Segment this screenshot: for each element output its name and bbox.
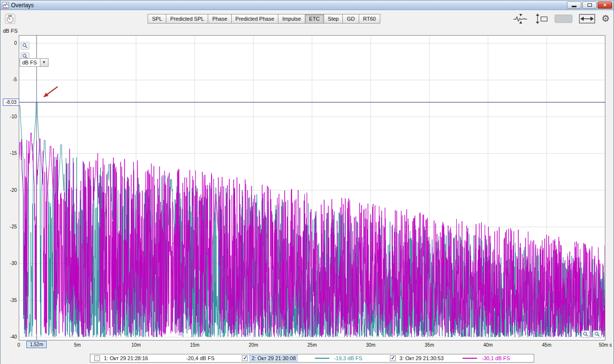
- legend-entry-3: 3: Окт 29 21:30:53 -30,1 dB FS: [386, 354, 534, 362]
- x-zoom-in-icon[interactable]: [581, 330, 590, 338]
- y-tick-label: -30: [1, 261, 17, 266]
- legend-line-sample-2: [315, 358, 329, 359]
- etc-chart[interactable]: [19, 35, 605, 340]
- minimize-icon: [572, 6, 576, 7]
- legend-value-3: -30,1 dB FS: [482, 355, 530, 361]
- window-icon: [2, 2, 9, 9]
- x-tick-label: 20m: [243, 342, 264, 348]
- graph-area: dB FS 0-5-10-15-20-25-30-35-40 05m10m15m…: [0, 27, 614, 364]
- y-zoom-in-icon[interactable]: [21, 42, 29, 50]
- y-tick-label: -35: [1, 298, 17, 303]
- cursor-x-readout: 1,52m: [26, 341, 47, 348]
- x-tick-label: 15m: [184, 342, 205, 348]
- close-button[interactable]: ×: [598, 1, 612, 9]
- window-title: Overlays: [11, 2, 34, 9]
- toolbar-right-icons: ⚙: [512, 13, 610, 25]
- legend-readout-2: -19,3 dB FS: [315, 355, 382, 361]
- legend-readout-1: -20,4 dB FS: [167, 355, 234, 361]
- y-tick-label: -20: [1, 188, 17, 193]
- legend-label-2[interactable]: 2: Окт 29 21:30:08: [250, 355, 297, 361]
- legend-checkbox-1[interactable]: [94, 355, 100, 361]
- y-tick-label: -15: [1, 151, 17, 156]
- y-tick-label: -10: [1, 114, 17, 119]
- legend-entry-1: 1: Окт 29 21:28:16 -20,4 dB FS: [90, 354, 238, 362]
- settings-gear-icon[interactable]: ⚙: [601, 14, 610, 24]
- tab-impulse[interactable]: Impulse: [278, 14, 305, 24]
- legend-label-1[interactable]: 1: Окт 29 21:28:16: [102, 355, 150, 361]
- legend-label-3[interactable]: 3: Окт 29 21:30:53: [398, 355, 445, 361]
- x-tick-label: 5m: [67, 342, 88, 348]
- legend-value-2: -19,3 dB FS: [334, 355, 382, 361]
- toolbar: SPLPredicted SPLPhasePredicted PhaseImpu…: [0, 10, 614, 27]
- window-controls: ×: [567, 1, 612, 9]
- y-tick-label: -40: [1, 334, 17, 339]
- y-tick-label: 0: [1, 40, 17, 46]
- dial-gauge-icon: [5, 13, 15, 24]
- tab-rt60[interactable]: RT60: [359, 14, 380, 24]
- tab-spl[interactable]: SPL: [148, 14, 166, 24]
- legend-checkbox-2[interactable]: [242, 355, 248, 361]
- cursor-y-readout: -8,03: [3, 99, 19, 106]
- legend-entry-2: 2: Окт 29 21:30:08 -19,3 dB FS: [238, 354, 386, 362]
- overlays-window: Overlays × SPLPredicted SPLPhasePredicte…: [0, 0, 614, 364]
- x-tick-label: 40m: [477, 342, 499, 348]
- x-tick-label: 35m: [419, 342, 440, 348]
- tab-gd[interactable]: GD: [342, 14, 359, 24]
- chevron-down-icon[interactable]: ▼: [40, 58, 49, 67]
- tab-step[interactable]: Step: [324, 14, 343, 24]
- tab-phase[interactable]: Phase: [208, 14, 231, 24]
- tab-bar: SPLPredicted SPLPhasePredicted PhaseImpu…: [148, 14, 380, 24]
- tab-etc[interactable]: ETC: [305, 14, 324, 24]
- x-tick-label: 45m: [536, 342, 557, 348]
- y-tick-label: -25: [1, 224, 17, 229]
- legend-readout-3: -30,1 dB FS: [463, 355, 530, 361]
- legend-value-1: -20,4 dB FS: [186, 355, 234, 361]
- x-zoom-out-icon[interactable]: [593, 330, 601, 338]
- x-tick-label: 50m s: [595, 342, 614, 348]
- legend-bar: 1: Окт 29 21:28:16 -20,4 dB FS 2: Окт 29…: [90, 354, 534, 363]
- legend-checkbox-3[interactable]: [390, 355, 396, 361]
- fit-width-icon[interactable]: [578, 13, 596, 25]
- trace-block-icon: [554, 13, 573, 24]
- tab-predicted-phase[interactable]: Predicted Phase: [231, 14, 279, 24]
- minimize-button[interactable]: [567, 1, 581, 9]
- y-tick-label: -5: [1, 77, 17, 82]
- x-tick-label: 30m: [360, 342, 381, 348]
- maximize-button[interactable]: [582, 1, 597, 9]
- unit-selector-value: dB FS: [20, 58, 40, 67]
- x-tick-label: 10m: [125, 342, 147, 348]
- tab-predicted-spl[interactable]: Predicted SPL: [166, 14, 208, 24]
- y-axis-title: dB FS: [3, 28, 18, 34]
- meter-icon[interactable]: [4, 13, 16, 25]
- titlebar[interactable]: Overlays ×: [0, 0, 614, 10]
- unit-selector[interactable]: dB FS ▼: [20, 58, 49, 67]
- x-tick-label: 25m: [301, 342, 323, 348]
- overlay-traces-icon[interactable]: [512, 13, 528, 25]
- trace-offset-icon[interactable]: [534, 13, 549, 25]
- maximize-icon: [588, 3, 592, 7]
- legend-line-sample-3: [463, 358, 477, 359]
